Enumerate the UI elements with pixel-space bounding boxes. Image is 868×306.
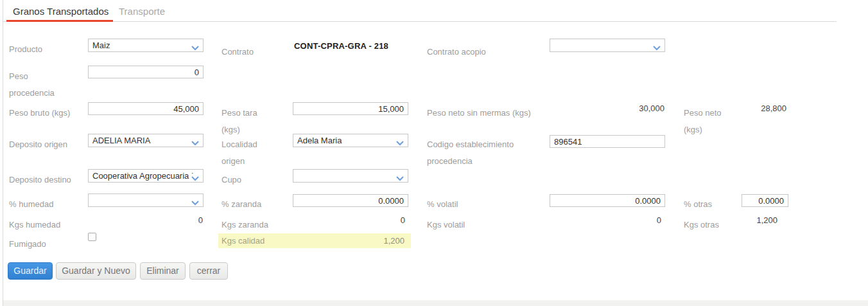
kgs-calidad-row: Kgs calidad 1,200 (218, 233, 411, 248)
chevron-down-icon (396, 174, 404, 183)
fumigado-checkbox[interactable] (88, 233, 96, 241)
producto-label: Producto (9, 41, 42, 58)
panel-left-border (3, 0, 3, 306)
pct-otras-label: % otras (684, 196, 712, 213)
cupo-label: Cupo (221, 172, 241, 188)
peso-tara-input[interactable] (293, 102, 408, 115)
pct-otras-input[interactable] (742, 194, 788, 207)
contrato-acopio-select[interactable] (550, 39, 665, 52)
kgs-zaranda-value: 0 (293, 215, 405, 225)
peso-bruto-input[interactable] (88, 102, 204, 115)
kgs-calidad-value: 1,200 (383, 236, 404, 246)
deposito-destino-select-value: Cooperativa Agropecuaria L (92, 171, 196, 181)
pct-zaranda-label: % zaranda (221, 196, 261, 213)
deposito-destino-label: Deposito destino (9, 172, 71, 188)
peso-neto-label: Peso neto (kgs) (684, 105, 722, 138)
footer-strip (3, 300, 868, 306)
peso-neto-value: 28,800 (742, 104, 786, 113)
contrato-value: CONT-CPRA-GRA - 218 (294, 41, 388, 51)
localidad-origen-select[interactable]: Adela Maria (293, 134, 408, 147)
chevron-down-icon (191, 43, 199, 52)
peso-procedencia-label: Peso procedencia (9, 68, 55, 102)
tab-separator-line (3, 21, 837, 22)
kgs-volatil-value: 0 (550, 215, 661, 225)
deposito-origen-select[interactable]: ADELIA MARIA (88, 134, 204, 147)
producto-select[interactable]: Maiz (88, 39, 204, 52)
deposito-origen-select-value: ADELIA MARIA (92, 136, 150, 145)
codigo-establecimiento-label: Codigo establecimiento procedencia (427, 136, 514, 170)
localidad-origen-label: Localidad origen (221, 136, 257, 170)
pct-humedad-label: % humedad (9, 196, 53, 213)
deposito-origen-label: Deposito origen (9, 136, 67, 153)
pct-humedad-select[interactable] (88, 194, 204, 207)
tab-granos-transportados[interactable]: Granos Transportados (13, 6, 108, 17)
chevron-down-icon (191, 138, 199, 147)
kgs-otras-label: Kgs otras (684, 217, 719, 233)
kgs-humedad-value: 0 (88, 215, 203, 225)
active-tab-underline (6, 20, 113, 22)
cerrar-button[interactable]: cerrar (189, 262, 228, 280)
chevron-down-icon (653, 43, 661, 52)
peso-procedencia-input[interactable] (88, 66, 204, 78)
guardar-button[interactable]: Guardar (8, 262, 53, 280)
peso-neto-sin-mermas-label: Peso neto sin mermas (kgs) (427, 105, 531, 122)
cupo-select[interactable] (293, 169, 408, 183)
chevron-down-icon (191, 174, 199, 183)
kgs-volatil-label: Kgs volatil (427, 217, 465, 233)
contrato-label: Contrato (221, 44, 254, 60)
kgs-calidad-label: Kgs calidad (221, 236, 265, 246)
chevron-down-icon (191, 198, 199, 207)
peso-tara-label: Peso tara (kgs) (221, 105, 257, 138)
eliminar-button[interactable]: Eliminar (140, 262, 186, 280)
deposito-destino-select[interactable]: Cooperativa Agropecuaria L (88, 169, 204, 183)
kgs-zaranda-label: Kgs zaranda (221, 217, 268, 233)
peso-bruto-label: Peso bruto (kgs) (9, 105, 70, 122)
pct-volatil-input[interactable] (550, 194, 665, 207)
tab-transporte[interactable]: Transporte (119, 6, 165, 17)
chevron-down-icon (396, 138, 404, 147)
pct-volatil-label: % volatil (427, 196, 458, 213)
fumigado-label: Fumigado (9, 236, 46, 253)
localidad-origen-select-value: Adela Maria (297, 136, 342, 145)
kgs-otras-value: 1,200 (742, 215, 777, 225)
guardar-y-nuevo-button[interactable]: Guardar y Nuevo (56, 262, 136, 280)
kgs-humedad-label: Kgs humedad (9, 217, 60, 233)
producto-select-value: Maiz (92, 40, 110, 50)
peso-neto-sin-mermas-value: 30,000 (550, 104, 664, 113)
contrato-acopio-label: Contrato acopio (427, 44, 486, 60)
codigo-establecimiento-input[interactable] (550, 135, 665, 148)
pct-zaranda-input[interactable] (293, 194, 408, 207)
